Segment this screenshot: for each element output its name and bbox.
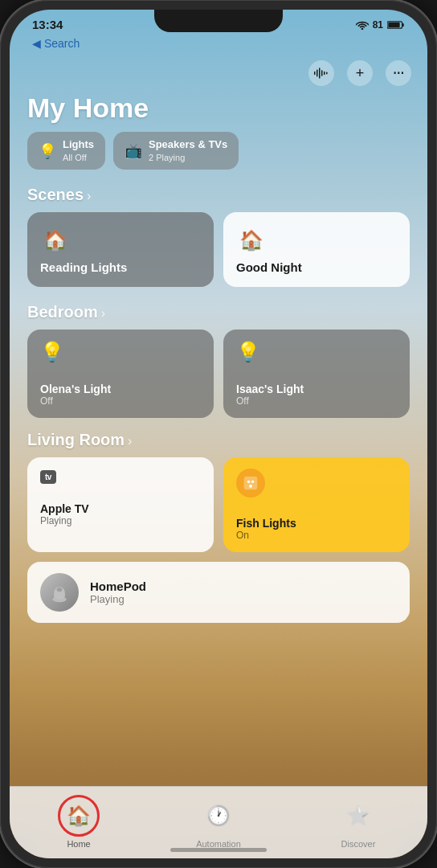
svg-rect-2 <box>388 23 399 27</box>
homepod-icon <box>40 573 79 612</box>
homepod-info: HomePod Playing <box>90 579 146 605</box>
scenes-section-header[interactable]: Scenes › <box>10 182 427 212</box>
svg-rect-6 <box>321 70 323 76</box>
header-controls: + ⋯ <box>10 55 427 89</box>
apple-tv-tile[interactable]: tv Apple TV Playing <box>27 457 214 552</box>
content-scroll: My Home 💡 Lights All Off 📺 Speakers & TV… <box>10 89 427 713</box>
wifi-icon <box>356 20 369 30</box>
living-room-chevron-icon: › <box>128 434 132 448</box>
more-button[interactable]: ⋯ <box>386 60 411 86</box>
living-room-device-grid: tv Apple TV Playing <box>10 457 427 562</box>
tab-home[interactable]: 🏠 Home <box>42 795 116 849</box>
isaacs-light-name: Isaac's Light <box>236 383 397 395</box>
reading-lights-row: 🏠 <box>40 225 71 256</box>
more-icon: ⋯ <box>393 67 404 80</box>
quick-tiles-row: 💡 Lights All Off 📺 Speakers & TVs 2 Play… <box>10 132 427 182</box>
scenes-grid: 🏠 Reading Lights 🏠 Good Night <box>10 212 427 300</box>
add-icon: + <box>356 66 365 80</box>
phone-screen: 13:34 81 ◀ Search <box>10 10 427 858</box>
good-night-tile[interactable]: 🏠 Good Night <box>223 212 410 287</box>
bedroom-section-label: Bedroom <box>27 303 98 321</box>
lights-tile-text: Lights All Off <box>63 138 94 163</box>
search-back[interactable]: ◀ Search <box>10 35 427 55</box>
fish-lights-info: Fish Lights On <box>236 517 397 541</box>
homepod-svg <box>48 581 71 604</box>
svg-rect-3 <box>314 72 316 76</box>
svg-point-11 <box>251 481 254 483</box>
isaacs-light-icon: 💡 <box>236 341 397 363</box>
olenas-light-name: Olena's Light <box>40 383 201 395</box>
svg-rect-1 <box>402 23 404 26</box>
svg-point-14 <box>57 588 63 592</box>
apple-tv-status: Playing <box>40 515 201 526</box>
homepod-tile[interactable]: HomePod Playing <box>27 562 410 623</box>
status-time: 13:34 <box>32 18 63 31</box>
homepod-name: HomePod <box>90 579 146 593</box>
home-indicator <box>170 848 267 852</box>
waveform-button[interactable] <box>308 60 334 86</box>
battery-icon <box>387 20 405 30</box>
add-button[interactable]: + <box>347 60 373 86</box>
speakers-tile-icon: 📺 <box>125 142 142 160</box>
lights-tile-sub: All Off <box>63 152 94 163</box>
home-tab-label: Home <box>67 839 90 849</box>
bedroom-device-grid: 💡 Olena's Light Off 💡 Isaac's Light Off <box>10 330 427 428</box>
svg-rect-4 <box>317 70 318 77</box>
fish-lights-name: Fish Lights <box>236 517 397 530</box>
automation-tab-icon-wrap: 🕐 <box>198 795 239 837</box>
apple-tv-info: Apple TV Playing <box>40 502 201 526</box>
svg-rect-7 <box>324 72 325 76</box>
reading-lights-icon: 🏠 <box>40 225 71 256</box>
speakers-tile-text: Speakers & TVs 2 Playing <box>149 138 227 163</box>
search-back-text: ◀ Search <box>32 37 80 50</box>
tab-discover[interactable]: ⭐ Discover <box>321 795 395 849</box>
olenas-light-tile[interactable]: 💡 Olena's Light Off <box>27 330 214 418</box>
discover-tab-icon-wrap: ⭐ <box>337 795 379 837</box>
apple-tv-name: Apple TV <box>40 502 201 515</box>
waveform-icon <box>314 68 329 79</box>
fish-lights-tile[interactable]: Fish Lights On <box>223 457 410 552</box>
fish-lights-status: On <box>236 530 397 541</box>
bedroom-section-header[interactable]: Bedroom › <box>10 300 427 330</box>
olenas-light-status: Off <box>40 395 201 407</box>
outlet-svg <box>243 475 259 491</box>
isaacs-light-info: Isaac's Light Off <box>236 383 397 407</box>
page-title: My Home <box>10 89 427 132</box>
discover-tab-label: Discover <box>341 839 376 849</box>
notch <box>154 10 283 32</box>
discover-tab-icon: ⭐ <box>346 805 370 827</box>
scenes-chevron-icon: › <box>87 189 91 203</box>
fish-lights-icon <box>236 469 265 497</box>
svg-rect-5 <box>319 68 321 79</box>
isaacs-light-tile[interactable]: 💡 Isaac's Light Off <box>223 330 410 418</box>
homepod-status: Playing <box>90 593 146 605</box>
phone-frame: 13:34 81 ◀ Search <box>0 0 437 868</box>
speakers-tile-label: Speakers & TVs <box>149 138 227 152</box>
svg-rect-12 <box>249 485 251 488</box>
living-room-section-header[interactable]: Living Room › <box>10 428 427 457</box>
olenas-light-info: Olena's Light Off <box>40 383 201 407</box>
lights-tile[interactable]: 💡 Lights All Off <box>27 132 105 170</box>
scenes-section-label: Scenes <box>27 186 84 204</box>
speakers-tile[interactable]: 📺 Speakers & TVs 2 Playing <box>113 132 239 170</box>
living-room-section-label: Living Room <box>27 431 125 449</box>
isaacs-light-status: Off <box>236 395 397 407</box>
good-night-row: 🏠 <box>236 225 267 256</box>
lights-tile-label: Lights <box>63 138 94 152</box>
home-tab-icon: 🏠 <box>67 805 91 827</box>
bedroom-chevron-icon: › <box>101 306 105 321</box>
status-icons: 81 <box>356 19 405 31</box>
tab-automation[interactable]: 🕐 Automation <box>180 795 257 849</box>
good-night-label: Good Night <box>236 260 302 274</box>
speakers-tile-sub: 2 Playing <box>149 152 227 163</box>
apple-tv-icon: tv <box>40 470 56 484</box>
home-tab-icon-wrap: 🏠 <box>58 795 100 837</box>
lights-tile-icon: 💡 <box>39 142 56 160</box>
tab-bar: 🏠 Home 🕐 Automation ⭐ Discover <box>10 786 427 858</box>
reading-lights-tile[interactable]: 🏠 Reading Lights <box>27 212 214 287</box>
apple-tv-icon-wrap: tv <box>40 469 201 483</box>
automation-tab-icon: 🕐 <box>206 805 231 827</box>
good-night-icon: 🏠 <box>236 225 267 256</box>
olenas-light-icon: 💡 <box>40 341 201 363</box>
svg-point-10 <box>247 481 250 483</box>
